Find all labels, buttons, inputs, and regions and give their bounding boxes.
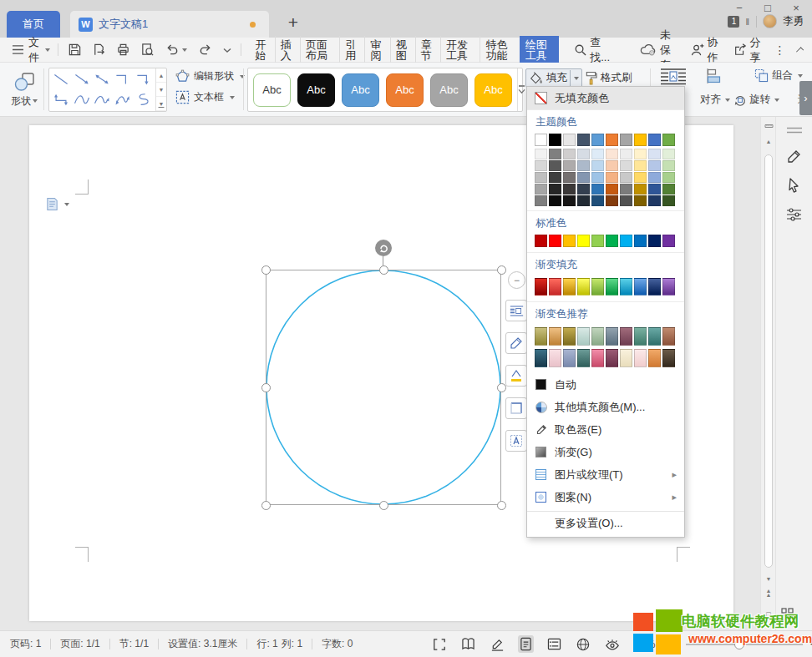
menubar-item-3[interactable]: 页面布局 [300, 36, 339, 64]
theme-variant-swatch[interactable] [634, 149, 647, 159]
theme-variant-swatch[interactable] [591, 195, 604, 206]
menubar-item-1[interactable]: 开始 [251, 36, 275, 64]
theme-variant-swatch[interactable] [549, 195, 561, 206]
theme-variant-swatch[interactable] [535, 160, 547, 171]
menubar-item-8[interactable]: 开发工具 [440, 36, 480, 64]
connector-curve[interactable] [72, 90, 93, 110]
theme-variant-swatch[interactable] [634, 184, 647, 195]
status-item[interactable]: 行: 1 [255, 637, 279, 651]
gradient-rec-swatch[interactable] [577, 349, 590, 367]
standard-color-swatch[interactable] [648, 235, 661, 247]
gradient-fill-swatch[interactable] [577, 278, 590, 296]
resize-handle[interactable] [497, 265, 506, 275]
menubar-item-10[interactable]: 绘图工具 [520, 36, 559, 64]
gradient-fill-swatch[interactable] [535, 278, 547, 296]
theme-color-swatch[interactable] [577, 134, 590, 146]
theme-variant-swatch[interactable] [577, 172, 590, 183]
eye-protection-icon[interactable] [603, 637, 622, 652]
gradient-rec-swatch[interactable] [606, 327, 618, 346]
theme-variant-swatch[interactable] [549, 160, 561, 171]
theme-variant-swatch[interactable] [577, 160, 590, 171]
read-mode-icon[interactable] [459, 636, 477, 652]
menubar-item-9[interactable]: 特色功能 [480, 36, 519, 64]
text-wrap-button[interactable] [660, 68, 687, 85]
fill-menu-item-picture-texture[interactable]: 图片或纹理(T)▸ [527, 463, 684, 486]
tab-document[interactable]: W 文字文稿1 [70, 11, 269, 38]
gradient-rec-swatch[interactable] [648, 327, 661, 346]
resize-handle[interactable] [379, 265, 388, 275]
align-button[interactable]: 对齐 [700, 93, 730, 107]
connector-elbow[interactable] [113, 70, 134, 90]
connector-freeform-s[interactable] [133, 90, 154, 110]
theme-variant-swatch[interactable] [648, 195, 661, 206]
collaborate-button[interactable]: 协作 [687, 33, 722, 67]
theme-variant-swatch[interactable] [549, 149, 561, 159]
theme-variant-swatch[interactable] [577, 195, 590, 206]
file-menu-button[interactable]: 文件 [12, 35, 50, 65]
theme-color-swatch[interactable] [648, 134, 661, 146]
ruler-toggle-icon[interactable] [761, 122, 776, 130]
theme-color-swatch[interactable] [549, 134, 561, 146]
connector-line[interactable] [51, 70, 72, 90]
gradient-fill-swatch[interactable] [591, 278, 604, 296]
text-style-quick-button[interactable] [505, 430, 527, 452]
gallery-scroll-up[interactable]: ▲ [156, 68, 166, 83]
shape-style-4[interactable]: Abc [386, 73, 424, 107]
gradient-rec-swatch[interactable] [563, 349, 576, 367]
gradient-fill-swatch[interactable] [549, 278, 561, 296]
theme-variant-swatch[interactable] [648, 172, 661, 183]
status-item[interactable]: 节: 1/1 [118, 637, 150, 651]
menubar-item-4[interactable]: 引用 [339, 36, 364, 64]
undo-button[interactable] [165, 43, 187, 56]
border-quick-button[interactable] [505, 397, 527, 419]
standard-color-swatch[interactable] [563, 235, 576, 247]
resize-handle[interactable] [261, 383, 271, 392]
theme-color-swatch[interactable] [620, 134, 632, 146]
shape-style-1[interactable]: Abc [253, 73, 291, 107]
format-painter-button[interactable]: 格式刷 [585, 68, 632, 88]
page-view-icon[interactable] [518, 635, 534, 653]
rotate-button[interactable]: 旋转 [733, 93, 779, 107]
outline-color-quick-button[interactable] [505, 365, 527, 387]
export-button[interactable] [92, 43, 106, 57]
theme-variant-swatch[interactable] [648, 149, 661, 159]
gradient-fill-swatch[interactable] [620, 278, 632, 296]
theme-variant-swatch[interactable] [591, 160, 604, 171]
gradient-rec-swatch[interactable] [634, 349, 647, 367]
connector-curve-arrow[interactable] [92, 90, 113, 110]
menubar-item-5[interactable]: 审阅 [364, 36, 389, 64]
theme-variant-swatch[interactable] [634, 195, 647, 206]
theme-variant-swatch[interactable] [662, 195, 675, 206]
gradient-rec-swatch[interactable] [577, 327, 590, 346]
theme-color-swatch[interactable] [634, 134, 647, 146]
connector-line-double-arrow[interactable] [92, 70, 113, 90]
theme-variant-swatch[interactable] [606, 195, 618, 206]
status-item[interactable]: 设置值: 3.1厘米 [166, 637, 239, 651]
connector-line-arrow[interactable] [72, 70, 93, 90]
collapse-ribbon-icon[interactable] [796, 47, 804, 54]
fill-dropdown-arrow[interactable] [570, 70, 580, 86]
fill-menu-item-pattern[interactable]: 图案(N)▸ [527, 486, 684, 508]
no-fill-menu-item[interactable]: 无填充颜色 [527, 87, 684, 109]
ink-mode-icon[interactable] [489, 635, 506, 653]
style-brush-quick-button[interactable] [505, 332, 527, 354]
standard-color-swatch[interactable] [634, 235, 647, 247]
gradient-rec-swatch[interactable] [535, 349, 547, 367]
status-item[interactable]: 字数: 0 [320, 637, 354, 651]
standard-color-swatch[interactable] [577, 235, 590, 247]
previous-page-button[interactable]: ▲▲ [761, 589, 776, 598]
connector-elbow-double-arrow[interactable] [51, 90, 72, 110]
status-item[interactable]: 页码: 1 [8, 637, 43, 651]
status-item[interactable]: 页面: 1/1 [58, 637, 101, 651]
style-gallery-more-button[interactable] [517, 68, 525, 111]
gradient-rec-swatch[interactable] [549, 327, 561, 346]
gradient-rec-swatch[interactable] [549, 349, 561, 367]
shape-style-6[interactable]: Abc [475, 73, 512, 107]
new-tab-button[interactable]: + [282, 11, 304, 34]
scrollbar-thumb[interactable] [764, 154, 773, 568]
theme-variant-swatch[interactable] [620, 172, 632, 183]
gradient-rec-swatch[interactable] [634, 327, 647, 346]
maximize-button[interactable]: □ [760, 2, 775, 14]
collapse-toolbar-button[interactable]: − [508, 271, 525, 289]
gallery-more-button[interactable]: ▼ [156, 97, 166, 111]
